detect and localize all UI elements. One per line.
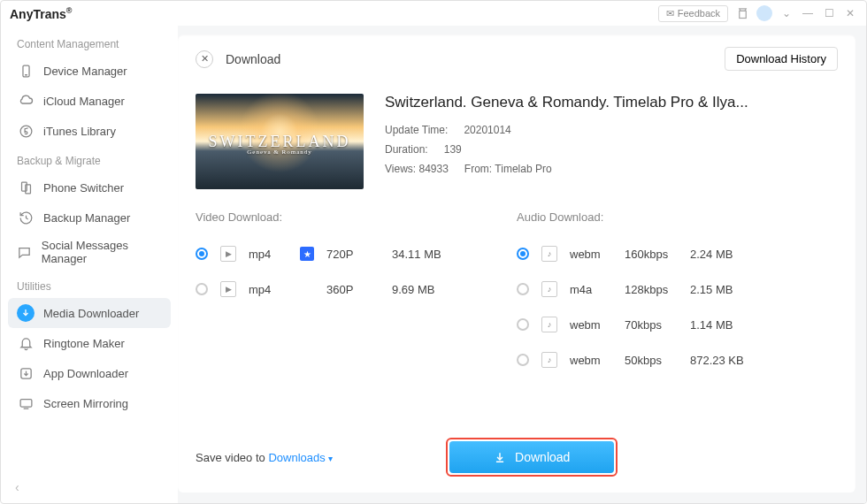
bitrate-label: 128kbps xyxy=(625,283,678,296)
chevron-down-icon[interactable]: ⌄ xyxy=(779,6,794,20)
format-label: m4a xyxy=(570,283,612,296)
radio-icon[interactable] xyxy=(196,248,208,260)
device-icon xyxy=(17,62,35,80)
app-title: AnyTrans® xyxy=(10,6,72,21)
download-icon xyxy=(17,304,35,322)
sidebar-item-ringtone[interactable]: Ringtone Maker xyxy=(8,328,171,358)
save-destination-link[interactable]: Downloads xyxy=(268,451,332,464)
sidebar-item-icloud[interactable]: iCloud Manager xyxy=(8,86,171,116)
sidebar-item-label: Screen Mirroring xyxy=(43,397,128,410)
sidebar-item-phone[interactable]: Phone Switcher xyxy=(8,172,171,202)
sidebar-item-label: Backup Manager xyxy=(43,211,130,225)
page-title: Download xyxy=(226,52,280,66)
download-button[interactable]: Download xyxy=(449,441,614,473)
section-utilities: Utilities xyxy=(17,280,171,293)
bitrate-label: 50kbps xyxy=(625,354,678,367)
maximize-icon[interactable]: ☐ xyxy=(822,6,836,20)
mail-icon: ✉ xyxy=(666,8,674,19)
radio-icon[interactable] xyxy=(517,354,529,366)
audio-option-row[interactable]: ♪ webm 50kbps 872.23 KB xyxy=(517,342,838,378)
feedback-label: Feedback xyxy=(678,8,720,19)
download-arrow-icon xyxy=(494,451,506,463)
size-label: 2.15 MB xyxy=(690,283,752,296)
sidebar-item-appdl[interactable]: App Downloader xyxy=(8,358,171,388)
audio-file-icon: ♪ xyxy=(541,317,557,332)
avatar[interactable] xyxy=(756,5,772,21)
section-content: Content Management xyxy=(17,38,171,50)
sidebar-item-label: Ringtone Maker xyxy=(43,337,125,350)
audio-file-icon: ♪ xyxy=(541,352,557,368)
bitrate-label: 160kbps xyxy=(625,248,678,261)
cloud-icon xyxy=(17,92,35,110)
sidebar-item-device[interactable]: Device Manager xyxy=(8,56,171,86)
sidebar-item-social[interactable]: Social Messages Manager xyxy=(8,233,171,271)
video-title: Switzerland. Geneva & Romandy. Timelab P… xyxy=(385,94,748,111)
format-label: mp4 xyxy=(249,248,288,261)
download-card: ✕ Download Download History SWITZERLAND … xyxy=(178,34,855,493)
sidebar-item-itunes[interactable]: iTunes Library xyxy=(8,116,171,146)
sidebar-item-label: Social Messages Manager xyxy=(42,239,162,265)
size-label: 34.11 MB xyxy=(392,248,454,261)
download-history-button[interactable]: Download History xyxy=(725,47,838,71)
sidebar-item-label: Media Downloader xyxy=(43,307,139,320)
size-label: 9.69 MB xyxy=(392,283,454,296)
from-value: Timelab Pro xyxy=(495,163,551,175)
video-download-column: Video Download: ▶ mp4 ★ 720P 34.11 MB ▶ … xyxy=(196,210,517,378)
sidebar-item-label: App Downloader xyxy=(43,367,128,380)
svg-rect-7 xyxy=(20,399,32,407)
size-label: 1.14 MB xyxy=(690,318,752,332)
audio-download-heading: Audio Download: xyxy=(517,210,838,224)
close-window-icon[interactable]: ✕ xyxy=(843,6,857,20)
audio-option-row[interactable]: ♪ m4a 128kbps 2.15 MB xyxy=(517,271,838,307)
svg-rect-0 xyxy=(739,11,746,18)
size-label: 872.23 KB xyxy=(690,354,752,367)
sidebar: Content Management Device Manager iCloud… xyxy=(1,26,178,503)
collapse-sidebar-icon[interactable]: ‹ xyxy=(15,480,19,494)
audio-file-icon: ♪ xyxy=(541,281,557,297)
history-icon xyxy=(17,209,35,226)
format-label: mp4 xyxy=(249,283,288,296)
format-label: webm xyxy=(570,354,612,367)
radio-icon[interactable] xyxy=(196,283,208,295)
screen-icon xyxy=(17,394,35,412)
audio-download-column: Audio Download: ♪ webm 160kbps 2.24 MB ♪… xyxy=(517,210,838,378)
section-backup: Backup & Migrate xyxy=(17,155,171,167)
quality-label: 360P xyxy=(326,283,380,296)
radio-icon[interactable] xyxy=(517,248,529,260)
sidebar-item-backup[interactable]: Backup Manager xyxy=(8,202,171,233)
duration-value: 139 xyxy=(444,143,462,156)
sidebar-item-mirror[interactable]: Screen Mirroring xyxy=(8,388,171,418)
video-option-row[interactable]: ▶ mp4 ★ 720P 34.11 MB xyxy=(196,236,517,271)
close-icon[interactable]: ✕ xyxy=(196,50,213,68)
video-thumbnail: SWITZERLAND Geneva & Romandy xyxy=(196,94,364,189)
radio-icon[interactable] xyxy=(517,318,529,331)
save-to-label: Save video to Downloads xyxy=(196,451,333,464)
video-file-icon: ▶ xyxy=(220,281,236,297)
switch-icon xyxy=(17,179,35,196)
audio-option-row[interactable]: ♪ webm 160kbps 2.24 MB xyxy=(517,236,838,271)
format-label: webm xyxy=(570,248,612,261)
bitrate-label: 70kbps xyxy=(625,318,678,332)
sidebar-item-label: Phone Switcher xyxy=(43,181,124,195)
views-label: Views: xyxy=(385,163,416,175)
minimize-icon[interactable]: — xyxy=(801,6,815,20)
feedback-button[interactable]: ✉ Feedback xyxy=(658,5,728,22)
bell-icon xyxy=(17,334,35,352)
from-label: From: xyxy=(464,163,492,175)
video-file-icon: ▶ xyxy=(220,246,236,262)
quality-label: 720P xyxy=(326,248,380,261)
video-option-row[interactable]: ▶ mp4 360P 9.69 MB xyxy=(196,271,517,307)
gift-icon[interactable] xyxy=(735,6,749,20)
star-badge-icon: ★ xyxy=(300,247,314,261)
sidebar-item-label: Device Manager xyxy=(43,65,127,78)
format-label: webm xyxy=(570,318,612,332)
radio-icon[interactable] xyxy=(517,283,529,295)
chat-icon xyxy=(17,243,33,261)
app-icon xyxy=(17,364,35,382)
titlebar: AnyTrans® ✉ Feedback ⌄ — ☐ ✕ xyxy=(1,1,866,26)
download-button-label: Download xyxy=(515,450,570,464)
sidebar-item-media[interactable]: Media Downloader xyxy=(8,298,171,328)
audio-option-row[interactable]: ♪ webm 70kbps 1.14 MB xyxy=(517,307,838,342)
size-label: 2.24 MB xyxy=(690,248,752,261)
sidebar-item-label: iCloud Manager xyxy=(43,95,125,108)
